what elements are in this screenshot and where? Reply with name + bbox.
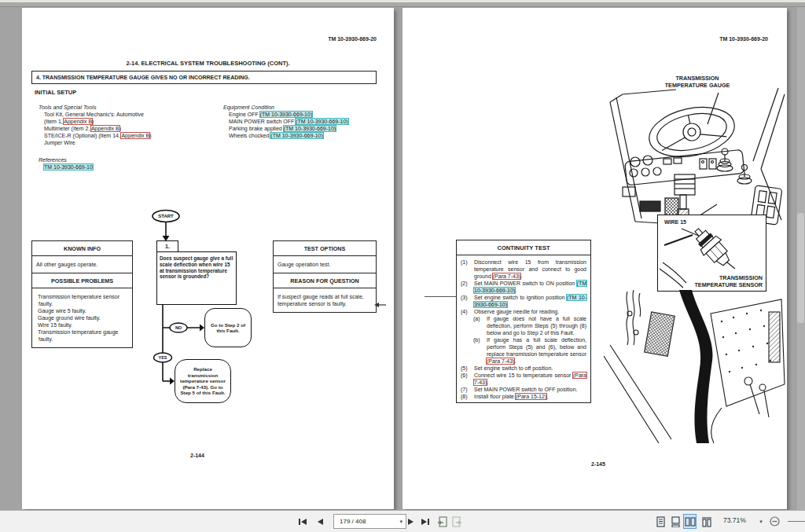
cross-reference-link[interactable]: (TM 10-3930-669-10) (284, 126, 336, 131)
cross-reference-link[interactable]: (TM 10-3930-669-10) (296, 119, 348, 124)
vertical-scrollbar[interactable] (796, 7, 805, 511)
cab-illustration (599, 86, 788, 226)
flowchart-yes-action: Replace transmission temperature sensor … (175, 359, 231, 403)
possible-problem-item: Gauge wire 5 faulty. (36, 307, 128, 314)
text-line: Engine OFF (TM 10-3930-669-10) (223, 111, 384, 118)
sensor-label: TRANSMISSION TEMPERATURE SENSOR (694, 275, 763, 288)
tools-column: Tools and Special Tools Tool Kit, Genera… (39, 104, 219, 146)
wire15-inset: WIRE 15 (657, 215, 766, 292)
pdf-viewer: TM 10-3930-669-20 2-14. ELECTRICAL SYSTE… (0, 0, 805, 532)
combobox-caret-icon[interactable]: ▾ (399, 515, 402, 528)
possible-problem-item: Transmission temperature sensor faulty. (36, 293, 128, 307)
svg-text:START: START (158, 214, 174, 218)
equipment-heading: Equipment Condition (223, 104, 384, 111)
single-page-view-button[interactable] (654, 514, 667, 529)
cross-reference-link[interactable]: (TM 10-3930-669-10) (270, 133, 323, 138)
page-number-right: 2-145 (591, 461, 605, 467)
test-options-box: TEST OPTIONS Gauge operation test. REASO… (273, 240, 377, 313)
floor-illustration (604, 290, 788, 443)
zoom-out-button[interactable] (767, 514, 781, 529)
continuity-step: (b)If gauge has a full scale deflection,… (461, 336, 586, 365)
reason-header: REASON FOR QUESTION (274, 273, 376, 288)
text-line: MAIN POWER switch OFF (TM 10-3930-669-10… (223, 118, 384, 125)
continuity-step: (a)If gauge does not have a full scale d… (461, 315, 586, 336)
continuity-test-box: CONTINUITY TEST (1)Disconnect wire 15 fr… (456, 240, 591, 403)
known-info-body: All other gauges operate. (32, 256, 132, 273)
text-line: TM 10-3930-669-10 (39, 163, 219, 171)
cross-reference-link[interactable]: TM 10-3930-669-10 (44, 164, 93, 170)
cross-reference-link[interactable]: (Para 15-12) (516, 394, 546, 399)
references-heading: References (39, 156, 219, 163)
tm-number: TM 10-3930-669-20 (328, 36, 377, 42)
possible-problems-list: Transmission temperature sensor faulty.G… (32, 288, 132, 347)
continuity-steps: (1)Disconnect wire 15 from transmission … (457, 259, 590, 402)
zoom-options-caret-icon[interactable]: ▾ (756, 514, 766, 529)
cross-reference-link[interactable]: (TM 10-3930-669-10) (474, 281, 586, 293)
callout-leader-line (425, 296, 456, 297)
test-options-body: Gauge operation test. (274, 256, 376, 273)
continuity-step: (1)Disconnect wire 15 from transmission … (461, 259, 586, 280)
continuity-step: (7)Set MAIN POWER switch to OFF position… (461, 386, 586, 393)
continuous-scroll-view-button[interactable] (669, 514, 682, 529)
flowchart-question: Does suspect gauge give a full scale def… (156, 251, 237, 305)
references-column: References TM 10-3930-669-10 (39, 156, 219, 171)
page-number-combobox[interactable]: 179 / 408 ▾ (333, 514, 406, 529)
cross-reference-link[interactable]: Appendix B (121, 133, 149, 138)
known-info-box: KNOWN INFO All other gauges operate. POS… (31, 240, 133, 348)
previous-view-button[interactable] (436, 514, 450, 529)
initial-setup-heading: INITIAL SETUP (35, 89, 76, 96)
page-left: TM 10-3930-669-20 2-14. ELECTRICAL SYSTE… (22, 8, 394, 509)
cross-reference-link[interactable]: (Para 7-43) (487, 358, 514, 364)
text-line: Multimeter (Item 2, Appendix B) (39, 125, 219, 132)
possible-problem-item: Wire 15 faulty. (36, 321, 128, 328)
continuity-step: (5)Set engine switch to off position. (461, 365, 586, 372)
flowchart: START NO YES 1. Does suspect gauge give … (148, 208, 289, 428)
cross-reference-link[interactable]: (Para 7-43) (474, 372, 586, 385)
cross-reference-link[interactable]: Appendix B (64, 119, 92, 124)
cross-reference-link[interactable]: (TM 10-3930-669-10) (260, 112, 313, 117)
fault-title: 4. TRANSMISSION TEMPERATURE GAUGE GIVES … (31, 71, 377, 84)
text-line: Jumper Wire (39, 139, 219, 146)
continuity-step: (2)Set MAIN POWER switch to ON position … (461, 280, 586, 294)
cross-reference-link[interactable]: (TM 10-3930-669-10) (474, 295, 586, 307)
first-page-button[interactable] (296, 514, 310, 529)
svg-text:YES: YES (158, 355, 167, 360)
zoom-slider[interactable] (788, 521, 805, 522)
page-number-left: 2-144 (190, 453, 204, 458)
tools-heading: Tools and Special Tools (39, 104, 219, 111)
bottom-toolbar: 179 / 408 ▾ 73.71% ▾ (0, 510, 805, 532)
equipment-column: Equipment Condition Engine OFF (TM 10-39… (223, 104, 384, 139)
zoom-level: 73.71% (723, 516, 746, 524)
text-line: Parking brake applied (TM 10-3930-669-10… (223, 125, 384, 132)
next-view-button[interactable] (450, 514, 464, 529)
text-line: Tool Kit, General Mechanic's: Automotive (39, 111, 219, 118)
two-page-view-button[interactable] (683, 514, 697, 529)
possible-problem-item: Gauge ground wire faulty. (36, 314, 128, 321)
previous-page-button[interactable] (313, 514, 327, 529)
last-page-button[interactable] (418, 514, 432, 529)
tm-number: TM 10-3930-669-20 (719, 36, 768, 42)
text-line: STE/ICE-R (Optional) (Item 14, Appendix … (39, 132, 219, 139)
continuity-step: (3)Set engine switch to ignition positio… (461, 294, 586, 308)
references-list: TM 10-3930-669-10 (39, 163, 219, 171)
continuity-test-title: CONTINUITY TEST (457, 240, 590, 255)
svg-text:NO: NO (175, 325, 182, 330)
next-page-button[interactable] (404, 514, 418, 529)
known-info-header: KNOWN INFO (32, 241, 132, 256)
continuity-step: (4)Observe gauge needle for reading. (461, 308, 586, 315)
text-line: (Item 1, Appendix B) (39, 118, 219, 125)
text-line: Wheels chocked (TM 10-3930-669-10) (223, 132, 384, 139)
tools-list: Tool Kit, General Mechanic's: Automotive… (39, 111, 219, 146)
cross-reference-link[interactable]: Appendix B (91, 126, 119, 131)
scrollbar-thumb[interactable] (797, 213, 804, 323)
possible-problem-item: Transmission temperature gauge faulty. (36, 328, 128, 343)
reason-body: If suspect gauge reads at full scale, te… (274, 288, 376, 312)
two-page-continuous-view-button[interactable] (700, 514, 713, 529)
top-toolbar-remnant (0, 0, 805, 7)
flowchart-no-action: Go to Step 2 of this Fault. (204, 308, 252, 347)
continuity-step: (6)Connect wire 15 to temperature sensor… (461, 372, 586, 386)
test-options-header: TEST OPTIONS (274, 241, 376, 256)
continuity-step: (8)Install floor plate (Para 15-12). (461, 393, 586, 400)
continuation-arrow-icon (374, 301, 387, 309)
cross-reference-link[interactable]: (Para 7-43) (493, 273, 520, 279)
